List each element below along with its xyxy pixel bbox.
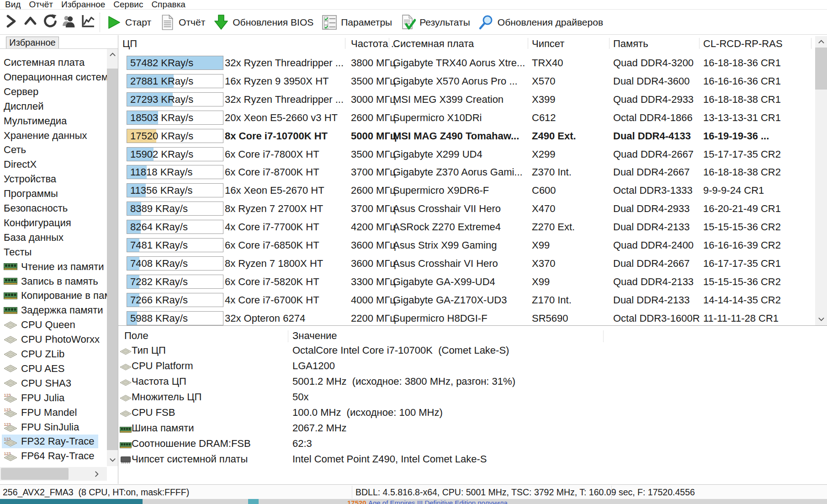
table-row[interactable]: 27881 KRay/s16x Ryzen 9 3950X HT3500 МГц…: [118, 72, 815, 90]
sidebar-scroll-right-icon[interactable]: [90, 468, 103, 480]
sidebar-item-2[interactable]: Операционная система: [2, 70, 107, 84]
sidebar-item-20[interactable]: CPU PhotoWorxx: [2, 333, 103, 346]
sidebar-item-label: FPU Julia: [21, 392, 64, 404]
column-header-3[interactable]: Системная плата: [393, 35, 474, 52]
sidebar-item-4[interactable]: Дисплей: [2, 100, 47, 113]
cell-board: Supermicro X10DRi: [393, 109, 482, 127]
cell-cl: 9-9-9-24 CR1: [703, 181, 764, 200]
sidebar-item-17[interactable]: Копирование в память: [2, 289, 107, 302]
table-row[interactable]: 57482 KRay/s32x Ryzen Threadripper ...38…: [118, 54, 815, 72]
sidebar-item-7[interactable]: Сеть: [2, 143, 30, 157]
users-button[interactable]: [60, 14, 77, 31]
sidebar-item-23[interactable]: CPU SHA3: [2, 377, 75, 390]
toolbar-button-2[interactable]: Отчёт: [155, 11, 209, 33]
sidebar-scroll-up-icon[interactable]: [107, 50, 118, 59]
table-row[interactable]: 7282 KRay/s6x Core i7-5820K HT3300 МГцGi…: [118, 273, 815, 291]
table-row[interactable]: 8264 KRay/s4x Core i7-7700K HT4200 МГцAS…: [118, 218, 815, 236]
sidebar-item-24[interactable]: 123FPU Julia: [2, 391, 68, 405]
sidebar-item-27[interactable]: 123FP32 Ray-Trace: [2, 435, 98, 448]
cell-cl: 16-19-19-36 ...: [703, 127, 769, 145]
column-header-4[interactable]: Чипсет: [532, 35, 564, 52]
toolbar-button-5[interactable]: Результаты: [396, 11, 474, 33]
sidebar-item-18[interactable]: Задержка памяти: [2, 303, 107, 317]
sidebar-item-22[interactable]: CPU AES: [2, 362, 68, 376]
cell-cl: 16-16-16-36 CR1: [703, 72, 781, 90]
cell-cpu: 8x Core i7-10700K HT: [225, 127, 328, 145]
table-row[interactable]: 8389 KRay/s8x Ryzen 7 2700X HT3700 МГцAs…: [118, 200, 815, 218]
detail-row[interactable]: Частота ЦП5001.2 MHz (исходное: 3800 MHz…: [118, 374, 827, 389]
details-col-field: Поле: [124, 329, 148, 343]
cell-memory: Dual DDR4-2133: [613, 218, 690, 236]
table-row[interactable]: 18503 KRay/s20x Xeon E5-2660 v3 HT2600 М…: [118, 109, 815, 127]
sidebar-item-9[interactable]: Устройства: [2, 172, 60, 186]
cpu-icon: [120, 393, 132, 404]
menu-item-1[interactable]: Вид: [1, 0, 25, 10]
detail-field-value: LGA1200: [292, 358, 335, 374]
chart-button[interactable]: [80, 14, 96, 31]
up-icon: [23, 14, 38, 31]
sidebar-item-1[interactable]: Системная плата: [2, 56, 88, 69]
sidebar-item-label: FPU Mandel: [21, 407, 77, 419]
sidebar-item-5[interactable]: Мультимедиа: [2, 114, 70, 128]
menu-item-2[interactable]: Отчёт: [25, 0, 57, 10]
sidebar-scroll-down-icon[interactable]: [107, 455, 118, 464]
cell-freq: 3000 МГц: [351, 90, 396, 109]
menu-item-5[interactable]: Справка: [147, 0, 190, 10]
sidebar-item-26[interactable]: 123FPU SinJulia: [2, 420, 83, 434]
tab-favorites[interactable]: Избранное: [6, 37, 59, 49]
table-row[interactable]: 7481 KRay/s6x Core i7-6850K HT3600 МГцAs…: [118, 236, 815, 255]
column-header-2[interactable]: Частота ...: [351, 35, 399, 52]
toolbar-button-4[interactable]: Параметры: [318, 11, 396, 33]
sidebar-item-21[interactable]: CPU ZLib: [2, 347, 68, 361]
column-header-1[interactable]: ЦП: [122, 35, 137, 52]
table-row[interactable]: 15902 KRay/s6x Core i7-7800X HT3500 МГцG…: [118, 145, 815, 164]
refresh-button[interactable]: [41, 14, 58, 31]
sidebar-item-14[interactable]: Тесты: [2, 245, 35, 259]
table-row[interactable]: 7408 KRay/s8x Ryzen 7 1800X HT3600 МГцAs…: [118, 255, 815, 273]
table-scroll-down-icon[interactable]: [815, 314, 827, 324]
sidebar-item-25[interactable]: 123FPU Mandel: [2, 406, 80, 419]
sidebar-scrollbar-thumb[interactable]: [107, 69, 118, 450]
sidebar-item-6[interactable]: Хранение данных: [2, 129, 91, 143]
sidebar-item-12[interactable]: Конфигурация: [2, 216, 75, 230]
detail-row[interactable]: CPU PlatformLGA1200: [118, 358, 827, 374]
sidebar-hscrollbar-thumb[interactable]: [1, 468, 69, 480]
detail-row[interactable]: CPU FSB100.0 MHz (исходное: 100 MHz): [118, 405, 827, 420]
forward-button[interactable]: [3, 14, 19, 31]
sidebar-item-19[interactable]: CPU Queen: [2, 318, 79, 332]
sidebar-item-3[interactable]: Сервер: [2, 85, 42, 99]
menu-item-3[interactable]: Избранное: [57, 0, 109, 10]
table-scrollbar-thumb[interactable]: [815, 48, 827, 90]
cell-chipset: X399: [532, 90, 555, 109]
table-scroll-up-icon[interactable]: [815, 37, 827, 46]
toolbar-button-6[interactable]: Обновления драйверов: [474, 11, 607, 33]
detail-row[interactable]: Тип ЦПOctalCore Intel Core i7-10700K (Co…: [118, 343, 827, 358]
sidebar-item-28[interactable]: 123FP64 Ray-Trace: [2, 449, 98, 463]
sidebar-item-10[interactable]: Программы: [2, 187, 62, 201]
cell-memory: Quad DDR4-2933: [613, 90, 694, 109]
detail-row[interactable]: Чипсет системной платыIntel Comet Point …: [118, 451, 827, 467]
table-row[interactable]: 5988 KRay/s32x Opteron 62742200 МГцSuper…: [118, 309, 815, 325]
column-header-5[interactable]: Память: [613, 35, 648, 52]
sidebar-item-13[interactable]: База данных: [2, 231, 67, 244]
table-row[interactable]: 11356 KRay/s16x Xeon E5-2670 HT2600 МГцS…: [118, 181, 815, 200]
detail-row[interactable]: Соотношение DRAM:FSB62:3: [118, 436, 827, 451]
menu-item-4[interactable]: Сервис: [109, 0, 147, 10]
background-link-text[interactable]: Age of Empires III Definitive Edition по…: [368, 499, 508, 504]
sidebar-item-16[interactable]: Запись в память: [2, 275, 102, 288]
toolbar-button-3[interactable]: Обновления BIOS: [209, 11, 318, 33]
table-row[interactable]: 17520 KRay/s8x Core i7-10700K HT5000 МГц…: [118, 127, 815, 145]
column-header-6[interactable]: CL-RCD-RP-RAS: [703, 35, 783, 52]
menu-bar: ВидОтчётИзбранноеСервисСправка: [0, 0, 827, 10]
detail-row[interactable]: Множитель ЦП50x: [118, 389, 827, 405]
sidebar-item-8[interactable]: DirectX: [2, 158, 40, 171]
cell-freq: 3600 МГц: [351, 255, 396, 273]
table-row[interactable]: 7266 KRay/s4x Core i7-6700K HT4000 МГцGi…: [118, 291, 815, 309]
table-row[interactable]: 27293 KRay/s32x Ryzen Threadripper ...30…: [118, 90, 815, 109]
up-button[interactable]: [22, 14, 38, 31]
table-row[interactable]: 11818 KRay/s6x Core i7-8700K HT3700 МГцG…: [118, 163, 815, 181]
sidebar-item-15[interactable]: Чтение из памяти: [2, 260, 107, 274]
detail-row[interactable]: Шина памяти2067.2 MHz: [118, 420, 827, 436]
toolbar-button-1[interactable]: Старт: [102, 11, 155, 33]
sidebar-item-11[interactable]: Безопасность: [2, 202, 71, 215]
